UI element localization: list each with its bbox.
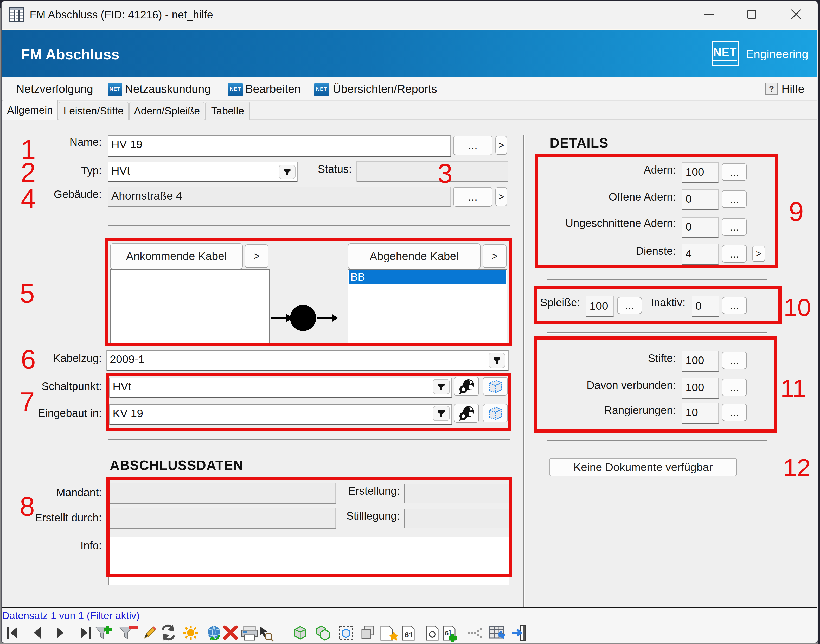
svg-text:61: 61 — [405, 630, 413, 639]
svg-text:6]: 6] — [445, 629, 451, 637]
